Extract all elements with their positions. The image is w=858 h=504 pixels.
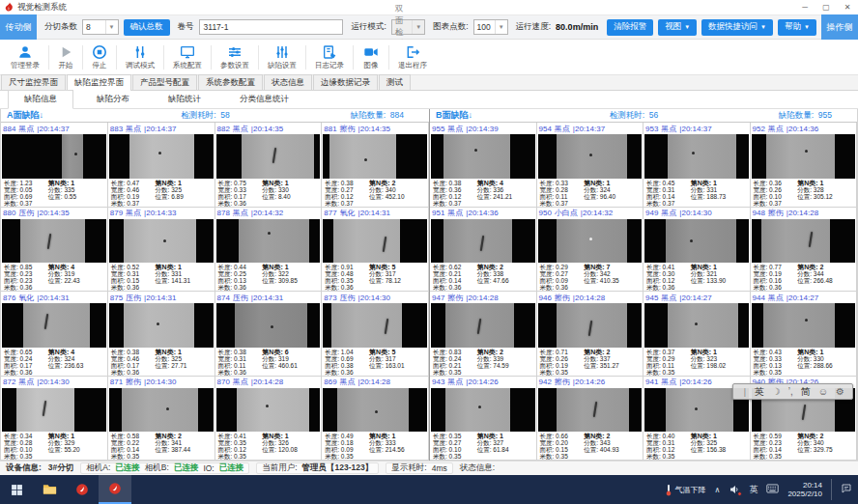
defect-cell[interactable]: 877氧化|20:14:31长度: 0.91宽度: 0.48面积: 0.35米数… bbox=[322, 208, 429, 293]
defect-image[interactable] bbox=[216, 388, 321, 433]
defect-cell[interactable]: 946擦伤|20:14:28长度: 0.71宽度: 0.26面积: 0.19米数… bbox=[537, 292, 644, 377]
defect-cell[interactable]: 882黑点|20:14:35长度: 0.75宽度: 0.33面积: 0.17米数… bbox=[215, 123, 323, 208]
chart-points-select[interactable]: 100▼ bbox=[473, 19, 508, 35]
defect-image[interactable] bbox=[431, 388, 535, 433]
defect-cell[interactable]: 881擦伤|20:14:35长度: 0.38宽度: 0.27面积: 0.12米数… bbox=[322, 123, 429, 208]
defect-image[interactable] bbox=[216, 219, 321, 264]
defect-cell[interactable]: 953黑点|20:14:37长度: 0.45宽度: 0.31面积: 0.14米数… bbox=[644, 123, 751, 208]
tab-0[interactable]: 尺寸监控界面 bbox=[1, 74, 66, 90]
defect-image[interactable] bbox=[2, 219, 106, 264]
defect-cell[interactable]: 954黑点|20:14:37长度: 0.33宽度: 0.28面积: 0.11米数… bbox=[537, 123, 644, 208]
defect-image[interactable] bbox=[2, 134, 106, 179]
defect-image[interactable] bbox=[644, 303, 749, 348]
defect-cell[interactable]: 874压伤|20:14:31长度: 0.38宽度: 0.31面积: 0.11米数… bbox=[215, 292, 323, 377]
defect-cell[interactable]: 879黑点|20:14:33长度: 0.52宽度: 0.31面积: 0.15米数… bbox=[108, 208, 215, 293]
ribbon-button-sliders-vertical2[interactable]: 缺陷设置 bbox=[259, 40, 305, 74]
defect-image[interactable] bbox=[538, 388, 643, 433]
defect-image[interactable] bbox=[2, 303, 106, 348]
minimize-button[interactable]: ─ bbox=[794, 0, 815, 14]
detection-app-button-active[interactable] bbox=[99, 475, 131, 504]
start-button[interactable] bbox=[0, 475, 33, 504]
defect-cell[interactable]: 955黑点|20:14:39长度: 0.38宽度: 0.36面积: 0.12米数… bbox=[430, 123, 537, 208]
tab-1[interactable]: 缺陷监控界面 bbox=[67, 74, 131, 91]
defect-cell[interactable]: 873压伤|20:14:30长度: 1.04宽度: 0.69面积: 0.38米数… bbox=[322, 292, 429, 377]
defect-image[interactable] bbox=[109, 388, 214, 433]
confirm-total-button[interactable]: 确认总数 bbox=[124, 19, 170, 36]
defect-image[interactable] bbox=[216, 303, 321, 348]
taskbar-clock[interactable]: 20:14 2025/2/10 bbox=[787, 481, 822, 498]
taskbar-language-button[interactable]: 英 bbox=[749, 484, 758, 496]
operate-side-button[interactable]: 操作侧 bbox=[821, 14, 858, 40]
subtab-1[interactable]: 缺陷分布 bbox=[81, 91, 145, 108]
defect-image[interactable] bbox=[538, 219, 643, 264]
ribbon-button-journal[interactable]: 日志记录 bbox=[306, 40, 353, 74]
maximize-button[interactable]: ▢ bbox=[815, 0, 837, 14]
defect-image[interactable] bbox=[752, 303, 856, 348]
subtab-0[interactable]: 缺陷信息 bbox=[8, 90, 73, 109]
defect-cell[interactable]: 948擦伤|20:14:28长度: 0.77宽度: 0.19面积: 0.16米数… bbox=[751, 208, 858, 293]
detection-app-button[interactable] bbox=[66, 475, 99, 504]
roll-no-input[interactable]: 3117-1 bbox=[199, 19, 344, 35]
tab-3[interactable]: 系统参数配置 bbox=[198, 74, 263, 90]
defect-cell[interactable]: 943黑点|20:14:26长度: 0.35宽度: 0.27面积: 0.10米数… bbox=[430, 377, 537, 462]
close-button[interactable]: ✕ bbox=[837, 0, 858, 14]
defect-cell[interactable]: 945黑点|20:14:27长度: 0.37宽度: 0.29面积: 0.11米数… bbox=[644, 292, 751, 377]
defect-image[interactable] bbox=[538, 134, 643, 179]
help-menu-button[interactable]: 帮助▼ bbox=[778, 19, 816, 36]
quick-access-menu-button[interactable]: 数据快捷访问▼ bbox=[701, 19, 773, 36]
defect-image[interactable] bbox=[216, 134, 321, 179]
ribbon-button-sliders-horizontal[interactable]: 参数设置 bbox=[212, 40, 258, 74]
defect-image[interactable] bbox=[109, 134, 214, 179]
defect-image[interactable] bbox=[109, 219, 214, 264]
defect-image[interactable] bbox=[431, 219, 535, 264]
emoji-icon[interactable]: ☺ bbox=[818, 384, 828, 399]
defect-cell[interactable]: 869黑点|20:14:28长度: 0.49宽度: 0.18面积: 0.09米数… bbox=[322, 377, 429, 462]
defect-cell[interactable]: 883黑点|20:14:37长度: 0.47宽度: 0.46面积: 0.19米数… bbox=[108, 123, 215, 208]
ribbon-button-user[interactable]: 管理登录 bbox=[2, 40, 48, 74]
defect-image[interactable] bbox=[109, 303, 214, 348]
defect-image[interactable] bbox=[431, 134, 535, 179]
ribbon-button-exit[interactable]: 退出程序 bbox=[389, 40, 436, 74]
defect-cell[interactable]: 949黑点|20:14:30长度: 0.41宽度: 0.30面积: 0.12米数… bbox=[644, 208, 751, 293]
defect-cell[interactable]: 884黑点|20:14:37长度: 1.23宽度: 0.05面积: 0.69米数… bbox=[1, 123, 108, 208]
hidden-icons-button[interactable]: ∧ bbox=[715, 486, 721, 494]
defect-image[interactable] bbox=[323, 388, 427, 433]
volume-button[interactable] bbox=[729, 484, 740, 495]
defect-image[interactable] bbox=[323, 219, 427, 264]
defect-image[interactable] bbox=[323, 134, 427, 179]
defect-cell[interactable]: 950小白点|20:14:32长度: 0.29宽度: 0.27面积: 0.09米… bbox=[537, 208, 644, 293]
ribbon-button-play[interactable]: 开始 bbox=[49, 40, 82, 74]
subtab-3[interactable]: 分类信息统计 bbox=[224, 91, 304, 108]
settings-gear-icon[interactable]: ⚙ bbox=[836, 384, 844, 399]
defect-cell[interactable]: 944黑点|20:14:27长度: 0.43宽度: 0.33面积: 0.13米数… bbox=[751, 292, 858, 377]
defect-image[interactable] bbox=[323, 303, 427, 348]
defect-cell[interactable]: 952黑点|20:14:36长度: 0.36宽度: 0.26面积: 0.10米数… bbox=[751, 123, 858, 208]
defect-cell[interactable]: 871擦伤|20:14:30长度: 0.58宽度: 0.22面积: 0.14米数… bbox=[108, 377, 215, 462]
defect-image[interactable] bbox=[2, 388, 106, 433]
defect-cell[interactable]: 951黑点|20:14:36长度: 0.62宽度: 0.21面积: 0.14米数… bbox=[430, 208, 537, 293]
defect-cell[interactable]: 878黑点|20:14:32长度: 0.44宽度: 0.25面积: 0.13米数… bbox=[215, 208, 323, 293]
ribbon-button-sliders-vertical[interactable]: 调试模式 bbox=[117, 40, 163, 74]
ribbon-button-camera[interactable]: 图像 bbox=[354, 40, 388, 74]
drive-side-button[interactable]: 传动侧 bbox=[0, 14, 37, 40]
run-mode-select[interactable]: 双面检测▼ bbox=[391, 19, 425, 35]
defect-cell[interactable]: 870黑点|20:14:28长度: 0.41宽度: 0.35面积: 0.12米数… bbox=[215, 377, 323, 462]
subtab-2[interactable]: 缺陷统计 bbox=[153, 91, 216, 108]
action-center-button[interactable] bbox=[841, 483, 852, 496]
defect-cell[interactable]: 947擦伤|20:14:28长度: 0.83宽度: 0.24面积: 0.21米数… bbox=[430, 292, 537, 377]
tab-2[interactable]: 产品型号配置 bbox=[132, 74, 197, 90]
ribbon-button-stop[interactable]: 停止 bbox=[83, 40, 116, 74]
defect-image[interactable] bbox=[752, 134, 856, 179]
ime-lang-english[interactable]: 英 bbox=[755, 384, 764, 399]
tab-6[interactable]: 测试 bbox=[379, 74, 411, 90]
slit-count-select[interactable]: 8▼ bbox=[82, 19, 119, 35]
ime-keyboard-button[interactable] bbox=[766, 484, 779, 495]
punctuation-icon[interactable]: ’, bbox=[788, 384, 793, 399]
defect-cell[interactable]: 876氧化|20:14:31长度: 0.65宽度: 0.24面积: 0.17米数… bbox=[1, 292, 108, 377]
tab-4[interactable]: 状态信息 bbox=[264, 74, 312, 90]
drag-handle-icon[interactable]: ❘ bbox=[741, 387, 749, 397]
defect-cell[interactable]: 880压伤|20:14:35长度: 0.85宽度: 0.23面积: 0.23米数… bbox=[1, 208, 108, 293]
tab-5[interactable]: 边缘数据记录 bbox=[313, 74, 378, 90]
defect-image[interactable] bbox=[431, 303, 535, 348]
moon-icon[interactable]: ☽ bbox=[772, 384, 781, 399]
